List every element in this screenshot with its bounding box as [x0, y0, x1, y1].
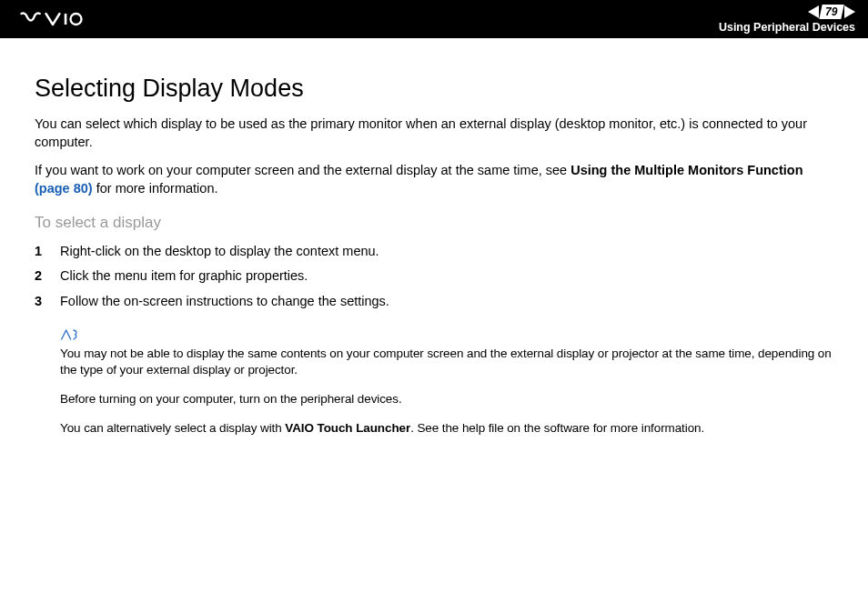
- page-title: Selecting Display Modes: [35, 75, 833, 103]
- procedure-heading: To select a display: [35, 214, 833, 232]
- step-text: Right-click on the desktop to display th…: [60, 241, 379, 262]
- software-name: VAIO Touch Launcher: [285, 421, 410, 435]
- step-text: Follow the on-screen instructions to cha…: [60, 291, 389, 312]
- section-label: Using Peripheral Devices: [719, 21, 855, 34]
- note-text: You can alternatively select a display w…: [60, 420, 833, 437]
- list-item: 3 Follow the on-screen instructions to c…: [35, 291, 833, 312]
- page-link[interactable]: (page 80): [35, 181, 93, 196]
- pager: 79: [808, 5, 855, 19]
- list-item: 2 Click the menu item for graphic proper…: [35, 266, 833, 286]
- page-content: Selecting Display Modes You can select w…: [0, 38, 868, 437]
- note-text: You may not be able to display the same …: [60, 346, 833, 378]
- cross-ref-title: Using the Multiple Monitors Function: [570, 163, 802, 177]
- page-number: 79: [819, 5, 844, 19]
- vaio-logo: [20, 11, 102, 27]
- svg-point-1: [71, 14, 82, 25]
- header-bar: 79 Using Peripheral Devices: [0, 0, 868, 38]
- next-page-icon[interactable]: [844, 5, 855, 18]
- intro-paragraph-1: You can select which display to be used …: [35, 116, 833, 151]
- step-text: Click the menu item for graphic properti…: [60, 266, 308, 286]
- step-number: 1: [35, 241, 60, 262]
- svg-rect-0: [65, 14, 67, 25]
- step-number: 2: [35, 266, 60, 286]
- prev-page-icon[interactable]: [808, 5, 819, 18]
- step-list: 1 Right-click on the desktop to display …: [35, 241, 833, 312]
- note-text: Before turning on your computer, turn on…: [60, 391, 833, 407]
- note-icon: [60, 328, 833, 344]
- intro-paragraph-2: If you want to work on your computer scr…: [35, 162, 833, 197]
- step-number: 3: [35, 291, 60, 312]
- list-item: 1 Right-click on the desktop to display …: [35, 241, 833, 262]
